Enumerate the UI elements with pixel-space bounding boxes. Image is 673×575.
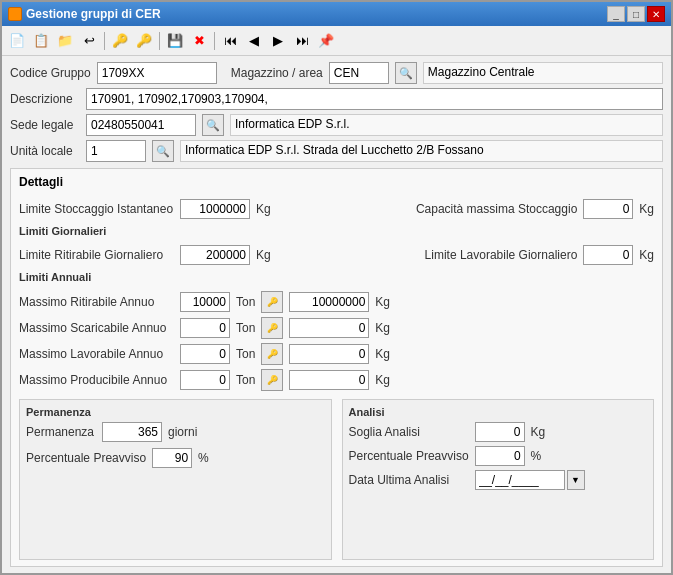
magazzino-search-button[interactable]: 🔍 (395, 62, 417, 84)
bottom-section: Permanenza Permanenza giorni Percentuale… (19, 399, 654, 560)
permanenza-section-label: Permanenza (26, 406, 325, 418)
massimo-lavorabile-label: Massimo Lavorabile Annuo (19, 347, 174, 361)
sede-legale-search-button[interactable]: 🔍 (202, 114, 224, 136)
data-ultima-analisi-row: Data Ultima Analisi ▼ (349, 470, 648, 490)
permanenza-label: Permanenza (26, 425, 96, 439)
massimo-lavorabile-ton-unit: Ton (236, 347, 255, 361)
permanenza-unit: giorni (168, 425, 197, 439)
percentuale-preavviso-perm-input[interactable] (152, 448, 192, 468)
massimo-scaricabile-row: Massimo Scaricabile Annuo Ton 🔑 Kg (19, 317, 654, 339)
app-icon (8, 7, 22, 21)
massimo-ritirabile-kg-unit: Kg (375, 295, 390, 309)
massimo-ritirabile-ton-unit: Ton (236, 295, 255, 309)
limite-lavorabile-unit: Kg (639, 248, 654, 262)
limite-lavorabile-input[interactable] (583, 245, 633, 265)
analisi-section-label: Analisi (349, 406, 648, 418)
unita-locale-search-button[interactable]: 🔍 (152, 140, 174, 162)
limite-stoccaggio-unit: Kg (256, 202, 271, 216)
key-button-1[interactable]: 🔑 (109, 30, 131, 52)
massimo-ritirabile-calc-button[interactable]: 🔑 (261, 291, 283, 313)
descrizione-input[interactable] (86, 88, 663, 110)
title-bar: Gestione gruppi di CER _ □ ✕ (2, 2, 671, 26)
new-button[interactable]: 📄 (6, 30, 28, 52)
last-button[interactable]: ⏭ (291, 30, 313, 52)
limite-stoccaggio-input[interactable] (180, 199, 250, 219)
magazzino-name: Magazzino Centrale (423, 62, 663, 84)
percentuale-preavviso-analisi-row: Percentuale Preavviso % (349, 446, 648, 466)
massimo-producibile-kg-unit: Kg (375, 373, 390, 387)
close-button[interactable]: ✕ (647, 6, 665, 22)
copy-button[interactable]: 📋 (30, 30, 52, 52)
sede-legale-row: Sede legale 🔍 Informatica EDP S.r.l. (10, 114, 663, 136)
soglia-analisi-label: Soglia Analisi (349, 425, 469, 439)
massimo-scaricabile-kg-input[interactable] (289, 318, 369, 338)
massimo-lavorabile-calc-button[interactable]: 🔑 (261, 343, 283, 365)
massimo-producibile-ton-input[interactable] (180, 370, 230, 390)
percentuale-preavviso-analisi-input[interactable] (475, 446, 525, 466)
limite-ritirabile-input[interactable] (180, 245, 250, 265)
permanenza-input[interactable] (102, 422, 162, 442)
capacita-input[interactable] (583, 199, 633, 219)
toolbar: 📄 📋 📁 ↩ 🔑 🔑 💾 ✖ ⏮ ◀ ▶ ⏭ 📌 (2, 26, 671, 56)
analisi-section: Analisi Soglia Analisi Kg Percentuale Pr… (342, 399, 655, 560)
open-button[interactable]: 📁 (54, 30, 76, 52)
massimo-lavorabile-kg-input[interactable] (289, 344, 369, 364)
limiti-annuali-label: Limiti Annuali (19, 271, 654, 283)
percentuale-preavviso-analisi-unit: % (531, 449, 542, 463)
sede-legale-input[interactable] (86, 114, 196, 136)
massimo-lavorabile-kg-unit: Kg (375, 347, 390, 361)
data-ultima-analisi-field: ▼ (475, 470, 585, 490)
key-button-2[interactable]: 🔑 (133, 30, 155, 52)
percentuale-preavviso-perm-unit: % (198, 451, 209, 465)
massimo-ritirabile-ton-input[interactable] (180, 292, 230, 312)
date-dropdown-button[interactable]: ▼ (567, 470, 585, 490)
soglia-analisi-row: Soglia Analisi Kg (349, 422, 648, 442)
main-window: Gestione gruppi di CER _ □ ✕ 📄 📋 📁 ↩ 🔑 🔑… (0, 0, 673, 575)
cancel-button[interactable]: ✖ (188, 30, 210, 52)
limite-ritirabile-unit: Kg (256, 248, 271, 262)
descrizione-label: Descrizione (10, 92, 80, 106)
unita-locale-input[interactable] (86, 140, 146, 162)
maximize-button[interactable]: □ (627, 6, 645, 22)
massimo-producibile-kg-input[interactable] (289, 370, 369, 390)
unita-locale-name: Informatica EDP S.r.l. Strada del Lucche… (180, 140, 663, 162)
prev-button[interactable]: ◀ (243, 30, 265, 52)
massimo-producibile-row: Massimo Producibile Annuo Ton 🔑 Kg (19, 369, 654, 391)
dettagli-section: Dettagli Limite Stoccaggio Istantaneo Kg… (10, 168, 663, 567)
codice-gruppo-label: Codice Gruppo (10, 66, 91, 80)
pin-button[interactable]: 📌 (315, 30, 337, 52)
permanenza-row: Permanenza giorni (26, 422, 325, 442)
soglia-analisi-unit: Kg (531, 425, 546, 439)
first-button[interactable]: ⏮ (219, 30, 241, 52)
data-ultima-analisi-input[interactable] (475, 470, 565, 490)
magazzino-input[interactable] (329, 62, 389, 84)
codice-gruppo-input[interactable] (97, 62, 217, 84)
minimize-button[interactable]: _ (607, 6, 625, 22)
limite-ritirabile-label: Limite Ritirabile Giornaliero (19, 248, 174, 262)
massimo-scaricabile-ton-unit: Ton (236, 321, 255, 335)
massimo-lavorabile-ton-input[interactable] (180, 344, 230, 364)
soglia-analisi-input[interactable] (475, 422, 525, 442)
window-title: Gestione gruppi di CER (26, 7, 161, 21)
undo-button[interactable]: ↩ (78, 30, 100, 52)
massimo-scaricabile-label: Massimo Scaricabile Annuo (19, 321, 174, 335)
next-button[interactable]: ▶ (267, 30, 289, 52)
massimo-ritirabile-kg-input[interactable] (289, 292, 369, 312)
massimo-scaricabile-ton-input[interactable] (180, 318, 230, 338)
massimo-producibile-calc-button[interactable]: 🔑 (261, 369, 283, 391)
massimo-scaricabile-kg-unit: Kg (375, 321, 390, 335)
massimo-scaricabile-calc-button[interactable]: 🔑 (261, 317, 283, 339)
limiti-giornalieri-label: Limiti Giornalieri (19, 225, 654, 237)
dettagli-title: Dettagli (19, 175, 654, 189)
percentuale-preavviso-perm-label: Percentuale Preavviso (26, 451, 146, 465)
separator-3 (214, 32, 215, 50)
massimo-producibile-label: Massimo Producibile Annuo (19, 373, 174, 387)
window-controls: _ □ ✕ (607, 6, 665, 22)
percentuale-preavviso-perm-row: Percentuale Preavviso % (26, 448, 325, 468)
title-bar-left: Gestione gruppi di CER (8, 7, 161, 21)
limite-ritirabile-row: Limite Ritirabile Giornaliero Kg Limite … (19, 245, 654, 265)
descrizione-row: Descrizione (10, 88, 663, 110)
save-button[interactable]: 💾 (164, 30, 186, 52)
magazzino-label: Magazzino / area (231, 66, 323, 80)
percentuale-preavviso-analisi-label: Percentuale Preavviso (349, 449, 469, 463)
